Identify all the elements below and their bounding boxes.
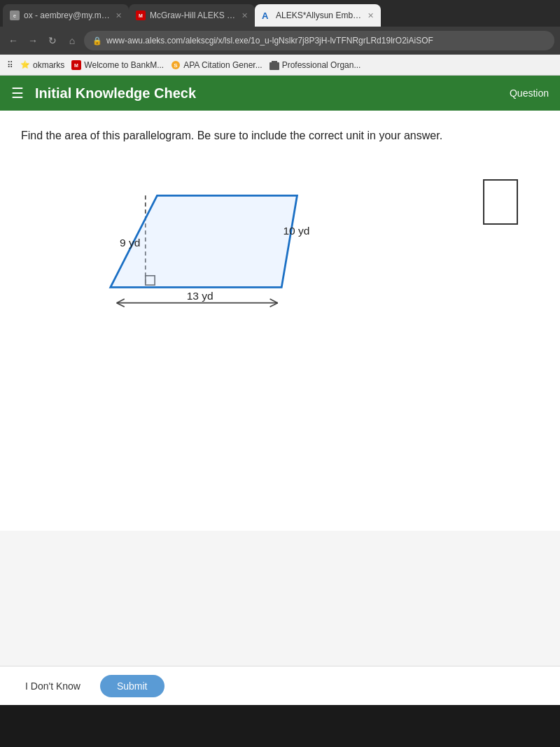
bookmark-4[interactable]: Professional Organ...: [270, 60, 361, 70]
bookmark2-label: Welcome to BankM...: [84, 60, 164, 70]
parallelogram-diagram: 9 yd 10 yd 13 yd: [63, 172, 329, 312]
bookmark1-label: okmarks: [33, 60, 64, 70]
diagram-section: 9 yd 10 yd 13 yd: [21, 165, 539, 319]
address-text: www-awu.aleks.com/alekscgi/x/lsl.exe/1o_…: [106, 36, 433, 46]
question-area: Find the area of this parallelogram. Be …: [0, 111, 560, 531]
svg-text:e: e: [13, 13, 16, 18]
tab1-close[interactable]: ✕: [115, 11, 122, 20]
header-title: Initial Knowledge Check: [35, 85, 196, 102]
bookmark2-icon: M: [71, 60, 81, 70]
svg-text:M: M: [139, 13, 143, 18]
aleks-content: ☰ Initial Knowledge Check Question Find …: [0, 76, 560, 705]
bookmark-3[interactable]: S APA Citation Gener...: [171, 60, 262, 70]
tab-bar: e ox - aembrey@my.miller-mot ✕ M McGraw-…: [0, 0, 560, 27]
submit-button[interactable]: Submit: [100, 675, 164, 697]
question-text: Find the area of this parallelogram. Be …: [21, 127, 539, 144]
reload-button[interactable]: ↻: [45, 33, 60, 48]
question-label: Question: [510, 88, 549, 99]
apps-icon: ⠿: [7, 60, 13, 70]
bookmark3-label: APA Citation Gener...: [183, 60, 262, 70]
hamburger-menu[interactable]: ☰: [11, 85, 24, 102]
svg-text:9 yd: 9 yd: [120, 237, 140, 249]
bottom-action-bar: I Don't Know Submit: [0, 666, 560, 705]
browser-chrome: e ox - aembrey@my.miller-mot ✕ M McGraw-…: [0, 0, 560, 76]
svg-text:S: S: [174, 62, 178, 69]
svg-text:13 yd: 13 yd: [187, 290, 214, 302]
svg-text:10 yd: 10 yd: [283, 225, 309, 237]
svg-line-19: [270, 303, 278, 307]
svg-rect-8: [270, 62, 279, 70]
taskbar: [0, 705, 560, 747]
tab3-close[interactable]: ✕: [368, 11, 374, 20]
tab2-label: McGraw-Hill ALEKS (Canvas): [150, 11, 236, 20]
tab-2[interactable]: M McGraw-Hill ALEKS (Canvas) ✕: [129, 4, 255, 27]
bookmark-2[interactable]: M Welcome to BankM...: [71, 60, 164, 70]
bookmark-apps[interactable]: ⠿: [7, 60, 13, 70]
tab2-close[interactable]: ✕: [241, 11, 248, 20]
dont-know-button[interactable]: I Don't Know: [17, 675, 89, 697]
tab3-label: ALEKS*Allysun Embrey - Know: [276, 11, 362, 20]
tab1-label: ox - aembrey@my.miller-mot: [24, 11, 110, 20]
header-left: ☰ Initial Knowledge Check: [11, 85, 196, 102]
tab1-favicon: e: [10, 11, 20, 20]
tab-3[interactable]: A ALEKS*Allysun Embrey - Know ✕: [255, 4, 381, 27]
forward-button[interactable]: →: [25, 33, 41, 48]
aleks-header: ☰ Initial Knowledge Check Question: [0, 76, 560, 111]
back-button[interactable]: ←: [6, 33, 21, 48]
tab3-favicon: A: [262, 11, 272, 20]
svg-rect-9: [272, 61, 277, 62]
tab-1[interactable]: e ox - aembrey@my.miller-mot ✕: [3, 4, 129, 27]
bookmark4-icon: [270, 60, 279, 70]
bookmark4-label: Professional Organ...: [282, 60, 361, 70]
svg-text:M: M: [74, 63, 78, 68]
address-bar-row: ← → ↻ ⌂ 🔒 www-awu.aleks.com/alekscgi/x/l…: [0, 27, 560, 55]
bookmark3-icon: S: [171, 60, 181, 70]
lock-icon: 🔒: [92, 36, 102, 46]
answer-input-box[interactable]: [483, 179, 518, 225]
bookmark1-icon: ⭐: [20, 60, 30, 70]
svg-line-17: [117, 303, 125, 307]
tab2-favicon: M: [136, 11, 146, 20]
bookmarks-bar: ⠿ ⭐ okmarks M Welcome to BankM... S APA …: [0, 55, 560, 76]
address-bar[interactable]: 🔒 www-awu.aleks.com/alekscgi/x/lsl.exe/1…: [84, 31, 554, 50]
bookmark-1[interactable]: ⭐ okmarks: [20, 60, 64, 70]
home-button[interactable]: ⌂: [64, 33, 80, 48]
